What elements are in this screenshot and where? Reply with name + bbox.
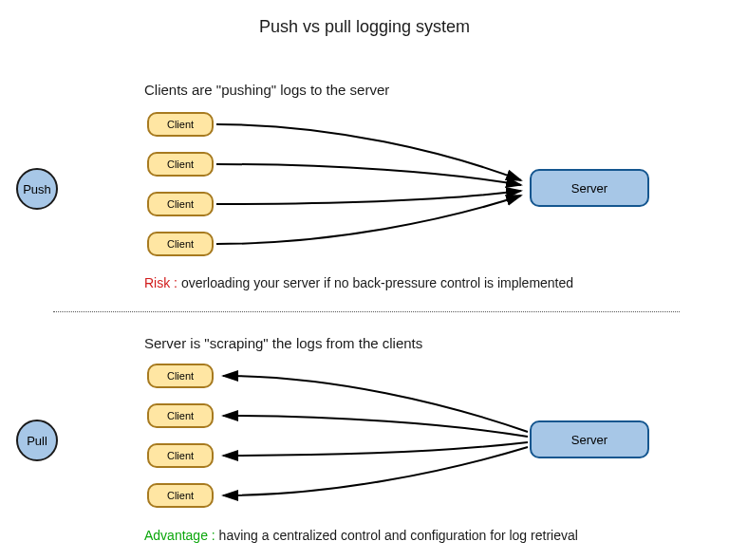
pull-arrow-1 [223,376,528,432]
client-label: Client [167,370,194,382]
pull-client-3: Client [147,443,214,468]
pull-note-label: Advantage : [144,528,215,543]
client-label: Client [167,198,194,210]
push-client-4: Client [147,232,214,256]
push-arrow-4 [216,196,521,244]
server-label: Server [571,181,608,196]
push-mode-circle: Push [16,168,58,210]
pull-note: Advantage : having a centralized control… [144,528,578,543]
pull-mode-circle: Pull [16,420,58,461]
diagram-title: Push vs pull logging system [0,17,729,37]
pull-mode-label: Pull [27,434,47,448]
push-arrow-2 [216,164,521,185]
pull-arrow-3 [223,442,528,456]
pull-arrow-4 [223,447,528,495]
section-divider [53,311,680,312]
push-note-label: Risk : [144,275,178,290]
push-mode-label: Push [23,182,51,196]
client-label: Client [167,238,194,250]
push-subtitle: Clients are "pushing" logs to the server [144,82,389,98]
pull-server: Server [530,420,649,458]
client-label: Client [167,159,194,170]
push-client-2: Client [147,152,214,177]
server-label: Server [571,433,608,447]
client-label: Client [167,450,194,461]
client-label: Client [167,490,194,501]
push-arrow-3 [216,191,521,204]
pull-note-text: having a centralized control and configu… [215,528,578,543]
client-label: Client [167,410,194,421]
push-note-text: overloading your server if no back-press… [178,275,573,290]
push-arrow-1 [216,124,521,180]
client-label: Client [167,119,194,130]
push-client-3: Client [147,192,214,216]
push-client-1: Client [147,112,214,137]
pull-subtitle: Server is "scraping" the logs from the c… [144,335,422,351]
push-server: Server [530,169,649,207]
pull-client-2: Client [147,403,214,428]
pull-arrow-2 [223,416,528,437]
pull-client-1: Client [147,364,214,388]
push-note: Risk : overloading your server if no bac… [144,275,573,290]
pull-client-4: Client [147,483,214,508]
